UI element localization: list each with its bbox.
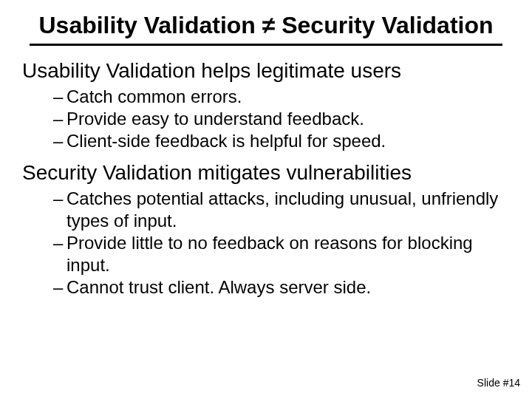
list-item: Catch common errors. xyxy=(53,86,510,108)
slide-title: Usability Validation ≠ Security Validati… xyxy=(22,12,510,39)
list-item: Client-side feedback is helpful for spee… xyxy=(53,130,510,152)
list-item: Catches potential attacks, including unu… xyxy=(53,188,510,232)
bullet-list-security: Catches potential attacks, including unu… xyxy=(22,188,510,299)
list-item: Provide little to no feedback on reasons… xyxy=(53,232,510,276)
list-item: Cannot trust client. Always server side. xyxy=(53,276,510,299)
section-heading-security: Security Validation mitigates vulnerabil… xyxy=(22,161,510,185)
slide: Usability Validation ≠ Security Validati… xyxy=(0,0,532,399)
section-heading-usability: Usability Validation helps legitimate us… xyxy=(22,59,510,83)
title-underline xyxy=(30,44,502,46)
slide-number: Slide #14 xyxy=(477,377,520,389)
list-item: Provide easy to understand feedback. xyxy=(53,108,510,130)
bullet-list-usability: Catch common errors. Provide easy to und… xyxy=(22,86,510,152)
